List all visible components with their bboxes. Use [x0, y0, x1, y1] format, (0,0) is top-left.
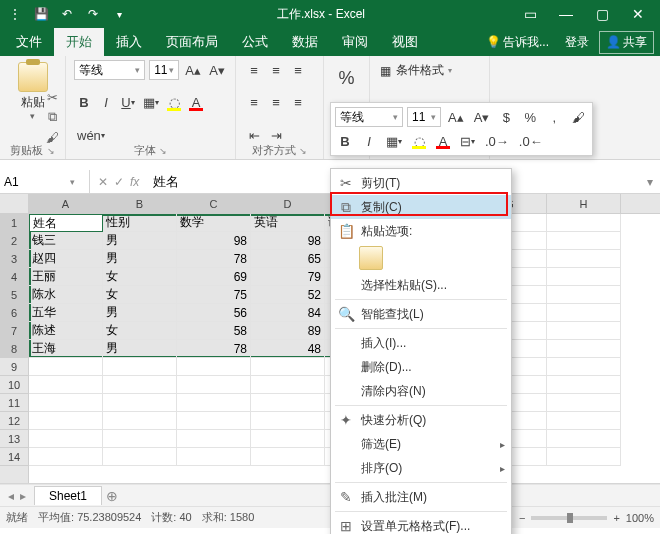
tab-page-layout[interactable]: 页面布局 — [154, 28, 230, 56]
cell[interactable] — [177, 376, 251, 394]
cm-insert-comment[interactable]: ✎插入批注(M) — [331, 485, 511, 509]
cell[interactable] — [29, 430, 103, 448]
mini-border-button[interactable]: ▦▾ — [383, 131, 405, 151]
cell[interactable]: 五华 — [29, 304, 103, 322]
maximize-icon[interactable]: ▢ — [584, 4, 620, 24]
cell[interactable] — [177, 412, 251, 430]
cell[interactable]: 钱三 — [29, 232, 103, 250]
cell[interactable] — [177, 394, 251, 412]
increase-font-icon[interactable]: A▴ — [183, 60, 203, 80]
cell[interactable] — [251, 394, 325, 412]
mini-font-size-select[interactable]: 11▾ — [407, 107, 441, 127]
close-icon[interactable]: ✕ — [620, 4, 656, 24]
row-header[interactable]: 10 — [0, 376, 28, 394]
sheet-tab[interactable]: Sheet1 — [34, 486, 102, 505]
cell[interactable]: 56 — [177, 304, 251, 322]
cm-insert[interactable]: 插入(I)... — [331, 331, 511, 355]
fx-icon[interactable]: fx — [130, 175, 139, 189]
login-button[interactable]: 登录 — [559, 34, 595, 51]
underline-button[interactable]: U ▾ — [118, 93, 138, 113]
border-button[interactable]: ▦ ▾ — [140, 93, 162, 113]
mini-percent-icon[interactable]: % — [520, 107, 540, 127]
tab-file[interactable]: 文件 — [4, 28, 54, 56]
cell[interactable]: 女 — [103, 268, 177, 286]
mini-format-painter-icon[interactable]: 🖌 — [568, 107, 588, 127]
align-center-icon[interactable]: ≡ — [266, 93, 286, 113]
mini-decrease-decimal-icon[interactable]: .0← — [516, 131, 546, 151]
mini-italic-button[interactable]: I — [359, 131, 379, 151]
cancel-formula-icon[interactable]: ✕ — [98, 175, 108, 189]
row-header[interactable]: 12 — [0, 412, 28, 430]
dialog-launcher-icon[interactable]: ↘ — [47, 146, 55, 156]
align-bottom-icon[interactable]: ≡ — [288, 60, 308, 80]
mini-increase-font-icon[interactable]: A▴ — [445, 107, 467, 127]
minimize-icon[interactable]: — — [548, 4, 584, 24]
font-size-select[interactable]: 11▾ — [149, 60, 179, 80]
cell[interactable]: 性别 — [103, 214, 177, 232]
paste-option-default[interactable] — [359, 246, 383, 270]
align-left-icon[interactable]: ≡ — [244, 93, 264, 113]
mini-fill-color-button[interactable]: ◌ — [409, 131, 429, 151]
tab-home[interactable]: 开始 — [54, 28, 104, 56]
cell[interactable]: 王海 — [29, 340, 103, 358]
expand-formula-bar-icon[interactable]: ▾ — [640, 175, 660, 189]
cell[interactable] — [547, 268, 621, 286]
cell[interactable] — [29, 376, 103, 394]
cell[interactable] — [251, 412, 325, 430]
cell[interactable] — [547, 340, 621, 358]
row-header[interactable]: 8 — [0, 340, 28, 358]
cell[interactable] — [29, 358, 103, 376]
cell[interactable]: 75 — [177, 286, 251, 304]
name-box-input[interactable] — [4, 175, 70, 189]
row-header[interactable]: 1 — [0, 214, 28, 232]
add-sheet-icon[interactable]: ⊕ — [102, 488, 122, 504]
italic-button[interactable]: I — [96, 93, 116, 113]
tab-formulas[interactable]: 公式 — [230, 28, 280, 56]
cm-clear[interactable]: 清除内容(N) — [331, 379, 511, 403]
cell[interactable] — [547, 322, 621, 340]
zoom-slider[interactable] — [531, 516, 607, 520]
cell[interactable] — [103, 358, 177, 376]
cm-copy[interactable]: ⧉复制(C) — [331, 195, 511, 219]
dialog-launcher-icon[interactable]: ↘ — [299, 146, 307, 156]
cell[interactable]: 女 — [103, 322, 177, 340]
tab-data[interactable]: 数据 — [280, 28, 330, 56]
zoom-in-icon[interactable]: + — [613, 512, 619, 524]
bold-button[interactable]: B — [74, 93, 94, 113]
row-header[interactable]: 13 — [0, 430, 28, 448]
increase-indent-icon[interactable]: ⇥ — [266, 125, 286, 145]
cell[interactable]: 48 — [251, 340, 325, 358]
font-color-button[interactable]: A — [186, 93, 206, 113]
mini-decrease-font-icon[interactable]: A▾ — [471, 107, 493, 127]
cell[interactable] — [103, 412, 177, 430]
decrease-font-icon[interactable]: A▾ — [207, 60, 227, 80]
phonetic-guide-button[interactable]: wén ▾ — [74, 125, 108, 145]
cell[interactable]: 52 — [251, 286, 325, 304]
cm-delete[interactable]: 删除(D)... — [331, 355, 511, 379]
cell[interactable]: 赵四 — [29, 250, 103, 268]
column-header[interactable]: B — [103, 194, 177, 213]
cell[interactable] — [547, 448, 621, 466]
cell[interactable] — [103, 376, 177, 394]
cm-quick-analysis[interactable]: ✦快速分析(Q) — [331, 408, 511, 432]
align-top-icon[interactable]: ≡ — [244, 60, 264, 80]
mini-merge-icon[interactable]: ⊟▾ — [457, 131, 478, 151]
cell[interactable]: 王丽 — [29, 268, 103, 286]
cell[interactable] — [103, 430, 177, 448]
redo-icon[interactable]: ↷ — [82, 3, 104, 25]
cell[interactable] — [177, 448, 251, 466]
percent-icon[interactable]: % — [332, 68, 361, 89]
cell[interactable] — [29, 394, 103, 412]
cell[interactable] — [251, 358, 325, 376]
row-header[interactable]: 14 — [0, 448, 28, 466]
column-header[interactable]: H — [547, 194, 621, 213]
enter-formula-icon[interactable]: ✓ — [114, 175, 124, 189]
conditional-formatting-button[interactable]: ▦条件格式▾ — [378, 62, 481, 79]
decrease-indent-icon[interactable]: ⇤ — [244, 125, 264, 145]
cell[interactable] — [547, 232, 621, 250]
mini-font-select[interactable]: 等线▾ — [335, 107, 403, 127]
ribbon-options-icon[interactable]: ▭ — [512, 4, 548, 24]
sheet-nav-next-icon[interactable]: ▸ — [20, 489, 26, 503]
share-button[interactable]: 👤共享 — [599, 31, 654, 54]
cell[interactable] — [29, 448, 103, 466]
